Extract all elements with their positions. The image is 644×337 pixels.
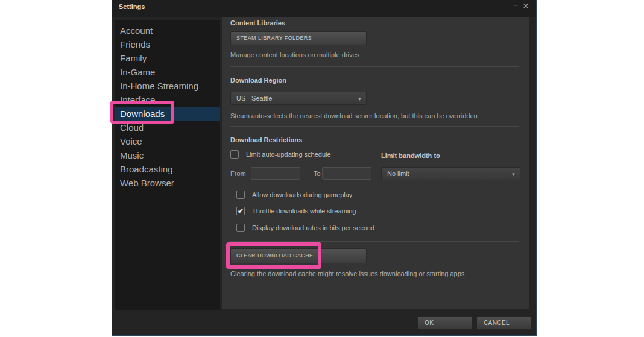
minimize-icon[interactable]: – xyxy=(511,0,520,11)
display-rates-row: Display download rates in bits per secon… xyxy=(236,224,405,233)
to-time-input[interactable] xyxy=(322,167,371,180)
throttle-downloads-row: ✔ Throttle downloads while streaming xyxy=(236,207,393,216)
cancel-button[interactable]: CANCEL xyxy=(476,316,531,330)
sidebar-item-in-home-streaming[interactable]: In-Home Streaming xyxy=(115,79,220,93)
download-region-value: US - Seattle xyxy=(236,95,272,102)
settings-sidebar: Account Friends Family In-Game In-Home S… xyxy=(115,20,220,310)
sidebar-item-family[interactable]: Family xyxy=(115,51,220,65)
limit-schedule-checkbox[interactable] xyxy=(230,150,239,159)
dropdown-arrow-box[interactable]: ▼ xyxy=(507,168,520,180)
throttle-downloads-checkbox[interactable]: ✔ xyxy=(236,207,245,215)
settings-window: Settings – ✕ Account Friends Family In-G… xyxy=(112,0,537,336)
divider xyxy=(230,126,519,127)
to-label: To xyxy=(314,170,321,177)
download-restrictions-label: Download Restrictions xyxy=(230,136,302,143)
sidebar-item-music[interactable]: Music xyxy=(115,148,220,162)
download-region-description: Steam auto-selects the nearest download … xyxy=(230,112,478,119)
download-region-dropdown[interactable]: US - Seattle ▼ xyxy=(230,92,367,105)
divider xyxy=(230,241,519,242)
allow-downloads-checkbox[interactable] xyxy=(236,191,245,199)
sidebar-item-in-game[interactable]: In-Game xyxy=(115,65,220,79)
checkmark-icon: ✔ xyxy=(238,207,244,215)
bandwidth-value: No limit xyxy=(387,170,409,177)
window-title: Settings xyxy=(119,3,145,10)
display-rates-checkbox[interactable] xyxy=(236,224,245,232)
limit-bandwidth-label: Limit bandwidth to xyxy=(381,152,440,159)
sidebar-item-broadcasting[interactable]: Broadcasting xyxy=(115,162,220,176)
from-label: From xyxy=(230,170,246,177)
allow-downloads-label: Allow downloads during gameplay xyxy=(252,191,352,198)
sidebar-item-downloads[interactable]: Downloads xyxy=(115,107,220,121)
close-icon[interactable]: ✕ xyxy=(521,1,531,12)
chevron-down-icon: ▼ xyxy=(511,172,516,177)
title-bar: Settings – ✕ xyxy=(112,0,536,17)
content-libraries-description: Manage content locations on multiple dri… xyxy=(230,51,359,58)
allow-downloads-row: Allow downloads during gameplay xyxy=(236,191,393,200)
dropdown-arrow-box[interactable]: ▼ xyxy=(353,92,366,104)
sidebar-item-cloud[interactable]: Cloud xyxy=(115,121,220,134)
sidebar-item-account[interactable]: Account xyxy=(115,24,220,37)
bandwidth-dropdown[interactable]: No limit ▼ xyxy=(381,167,520,180)
clear-cache-description: Clearing the download cache might resolv… xyxy=(230,270,464,277)
chevron-down-icon: ▼ xyxy=(358,96,362,102)
ok-button[interactable]: OK xyxy=(417,316,472,330)
limit-schedule-row: Limit auto-updating schedule xyxy=(230,150,375,159)
sidebar-item-voice[interactable]: Voice xyxy=(115,134,220,148)
sidebar-item-friends[interactable]: Friends xyxy=(115,37,220,51)
sidebar-item-interface[interactable]: Interface xyxy=(115,93,220,107)
steam-library-folders-button[interactable]: STEAM LIBRARY FOLDERS xyxy=(230,31,367,45)
from-time-input[interactable] xyxy=(251,167,300,180)
sidebar-item-web-browser[interactable]: Web Browser xyxy=(115,176,220,190)
limit-schedule-label: Limit auto-updating schedule xyxy=(246,151,331,158)
content-libraries-label: Content Libraries xyxy=(230,19,285,27)
throttle-downloads-label: Throttle downloads while streaming xyxy=(252,207,356,215)
clear-download-cache-button[interactable]: CLEAR DOWNLOAD CACHE xyxy=(230,248,367,263)
display-rates-label: Display download rates in bits per secon… xyxy=(252,224,374,231)
download-region-label: Download Region xyxy=(230,77,286,84)
downloads-settings-panel: Content Libraries STEAM LIBRARY FOLDERS … xyxy=(222,17,529,309)
divider xyxy=(230,66,519,67)
